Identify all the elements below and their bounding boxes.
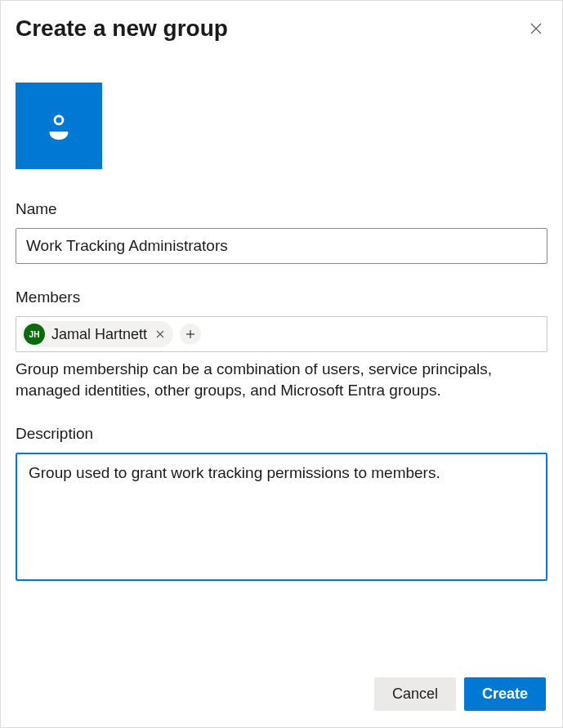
close-icon: [529, 22, 543, 35]
description-label: Description: [16, 425, 547, 443]
members-input[interactable]: JH Jamal Hartnett: [16, 316, 547, 352]
close-icon: [155, 329, 165, 339]
description-input[interactable]: [16, 453, 547, 581]
dialog-header: Create a new group: [16, 16, 547, 42]
cancel-button[interactable]: Cancel: [374, 677, 456, 711]
member-chip: JH Jamal Hartnett: [21, 321, 173, 347]
name-field-block: Name: [16, 200, 547, 264]
members-label: Members: [16, 288, 547, 306]
create-button[interactable]: Create: [464, 677, 546, 711]
svg-point-2: [55, 116, 63, 124]
description-field-block: Description: [16, 425, 547, 584]
plus-icon: [185, 329, 195, 339]
close-button[interactable]: [525, 17, 547, 40]
members-helper-text: Group membership can be a combination of…: [16, 359, 547, 400]
members-field-block: Members JH Jamal Hartnett Group membersh…: [16, 288, 547, 400]
name-label: Name: [16, 200, 547, 218]
person-icon: [45, 112, 73, 140]
dialog-title: Create a new group: [16, 16, 228, 42]
member-name: Jamal Hartnett: [51, 326, 147, 343]
member-avatar: JH: [24, 324, 45, 345]
name-input[interactable]: [16, 228, 547, 264]
dialog-footer: Cancel Create: [374, 677, 546, 711]
group-avatar[interactable]: [16, 83, 102, 169]
add-member-button[interactable]: [180, 324, 201, 345]
remove-member-button[interactable]: [154, 328, 167, 341]
